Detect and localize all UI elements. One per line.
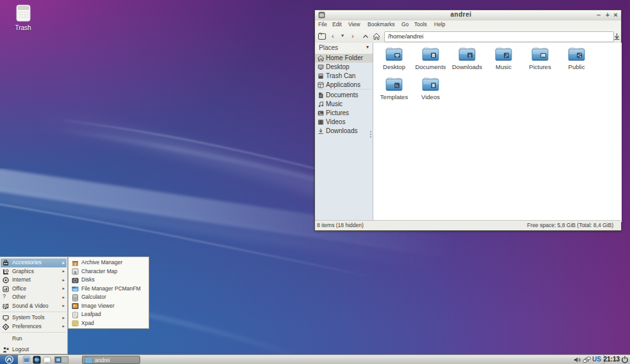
svg-text:N.: N.: [395, 83, 399, 88]
svg-text:a: a: [74, 269, 77, 275]
